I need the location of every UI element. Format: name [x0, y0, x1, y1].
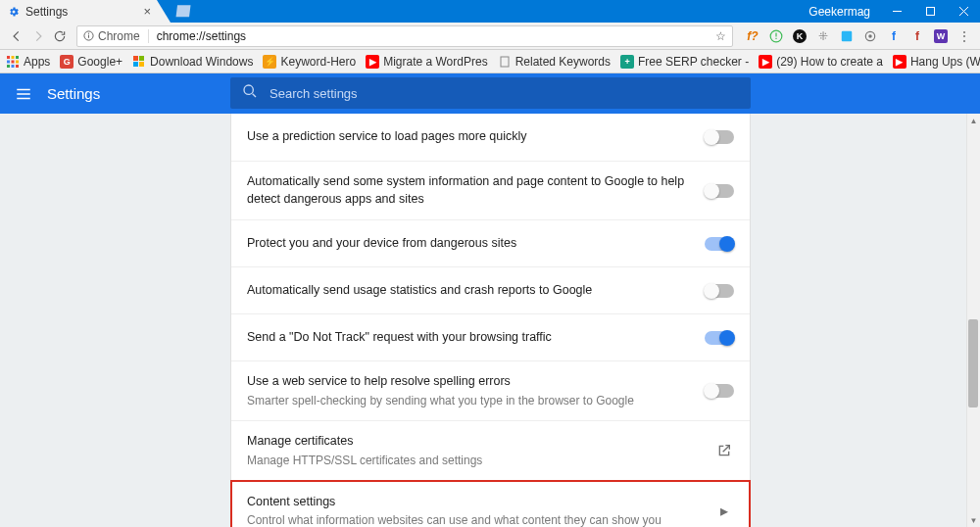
svg-rect-12	[12, 60, 15, 63]
browser-tab[interactable]: Settings ×	[0, 0, 157, 23]
bookmark-item[interactable]: Download Windows	[132, 55, 253, 69]
svg-rect-19	[133, 62, 138, 67]
tab-close-icon[interactable]: ×	[143, 4, 151, 19]
window-maximize-button[interactable]	[913, 0, 947, 23]
settings-search-input[interactable]	[270, 86, 739, 101]
settings-content: Use a prediction service to load pages m…	[0, 114, 980, 527]
ext-icon-6[interactable]	[860, 26, 880, 46]
setting-row-spelling[interactable]: Use a web service to help resolve spelli…	[231, 360, 750, 420]
svg-rect-17	[133, 56, 138, 61]
ext-icon-5[interactable]	[837, 26, 857, 46]
svg-rect-16	[16, 65, 19, 68]
youtube-icon: ▶	[759, 55, 772, 69]
toggle-switch[interactable]	[705, 184, 734, 198]
setting-row-safebrowsing-report[interactable]: Automatically send some system informati…	[231, 161, 750, 219]
tab-edge	[157, 0, 171, 23]
settings-search[interactable]	[230, 77, 751, 109]
bookmark-apps[interactable]: Apps	[6, 55, 50, 69]
svg-point-2	[88, 33, 89, 34]
info-icon	[83, 30, 94, 41]
tab-title: Settings	[25, 5, 68, 19]
page-icon	[498, 55, 512, 69]
setting-row-prediction[interactable]: Use a prediction service to load pages m…	[231, 114, 750, 161]
search-icon	[242, 83, 258, 103]
window-minimize-button[interactable]	[880, 0, 913, 23]
back-button[interactable]	[6, 25, 27, 47]
setting-row-dnt[interactable]: Send a "Do Not Track" request with your …	[231, 313, 750, 360]
browser-toolbar: Chrome chrome://settings ☆ f? K ⁜ f f W …	[0, 23, 980, 50]
scrollbar-thumb[interactable]	[968, 319, 978, 407]
settings-header: Settings	[0, 73, 980, 114]
window-close-button[interactable]	[947, 0, 980, 23]
ext-icon-9[interactable]: W	[931, 26, 951, 46]
omnibox-url: chrome://settings	[157, 29, 715, 43]
reload-button[interactable]	[49, 25, 71, 47]
settings-title: Settings	[47, 85, 100, 102]
svg-rect-14	[7, 65, 10, 68]
gear-icon	[8, 6, 20, 18]
bookmark-item[interactable]: ▶Migrate a WordPres	[366, 55, 487, 69]
forward-button[interactable]	[27, 25, 49, 47]
svg-point-22	[244, 85, 253, 94]
svg-point-7	[868, 34, 872, 38]
new-tab-button[interactable]	[174, 4, 192, 20]
setting-row-protect[interactable]: Protect you and your device from dangero…	[231, 219, 750, 266]
toggle-switch[interactable]	[705, 237, 734, 251]
svg-rect-20	[139, 62, 144, 67]
youtube-icon: ▶	[893, 55, 906, 69]
scroll-up-button[interactable]: ▲	[967, 114, 980, 127]
toggle-switch[interactable]	[705, 130, 734, 144]
bookmark-item[interactable]: +Free SERP checker -	[620, 55, 749, 69]
settings-card: Use a prediction service to load pages m…	[230, 114, 751, 527]
external-link-icon	[714, 443, 734, 458]
toggle-switch[interactable]	[705, 384, 734, 398]
hamburger-button[interactable]	[0, 85, 47, 103]
bookmark-item[interactable]: Related Keywords	[498, 55, 611, 69]
ext-icon-7[interactable]: f	[884, 26, 904, 46]
bookmark-item[interactable]: ⚡Keyword-Hero	[263, 55, 356, 69]
youtube-icon: ▶	[366, 55, 379, 69]
windows-icon	[132, 55, 146, 69]
apps-icon	[6, 55, 20, 69]
svg-rect-15	[12, 65, 15, 68]
svg-rect-21	[501, 57, 509, 67]
bookmark-item[interactable]: GGoogle+	[60, 55, 122, 69]
omnibox-chip: Chrome	[83, 29, 149, 43]
svg-rect-8	[7, 56, 10, 59]
toolbar-right-icons: f? K ⁜ f f W ⋮	[739, 26, 974, 46]
window-user-label: Geekermag	[808, 5, 870, 19]
svg-rect-11	[7, 60, 10, 63]
kh-icon: ⚡	[263, 55, 276, 69]
setting-row-usage-stats[interactable]: Automatically send usage statistics and …	[231, 266, 750, 313]
bookmarks-bar: Apps GGoogle+ Download Windows ⚡Keyword-…	[0, 50, 980, 73]
setting-row-content-settings[interactable]: Content settings Control what informatio…	[231, 481, 750, 527]
ext-icon-1[interactable]: f?	[743, 26, 762, 46]
ext-icon-8[interactable]: f	[907, 26, 927, 46]
ext-icon-4[interactable]: ⁜	[813, 26, 833, 46]
ext-icon-3[interactable]: K	[790, 26, 809, 46]
bookmark-star-icon[interactable]: ☆	[715, 29, 726, 43]
setting-row-certificates[interactable]: Manage certificates Manage HTTPS/SSL cer…	[231, 420, 750, 480]
bookmark-item[interactable]: ▶(29) How to create a	[759, 55, 883, 69]
chevron-right-icon: ▸	[714, 502, 734, 520]
svg-rect-3	[88, 35, 89, 38]
svg-rect-9	[12, 56, 15, 59]
svg-rect-0	[926, 8, 934, 16]
svg-rect-5	[842, 30, 853, 41]
window-titlebar: Settings × Geekermag	[0, 0, 980, 23]
scrollbar[interactable]: ▲ ▼	[966, 114, 980, 527]
chrome-menu-button[interactable]: ⋮	[955, 26, 974, 46]
gplus-icon: G	[60, 55, 74, 69]
bookmark-item[interactable]: ▶Hang Ups (Want You	[893, 55, 980, 69]
serp-icon: +	[620, 55, 634, 69]
scroll-down-button[interactable]: ▼	[967, 513, 980, 527]
omnibox[interactable]: Chrome chrome://settings ☆	[76, 25, 733, 47]
svg-rect-13	[16, 60, 19, 63]
svg-rect-10	[16, 56, 19, 59]
toggle-switch[interactable]	[705, 284, 734, 298]
ext-icon-2[interactable]	[766, 26, 786, 46]
toggle-switch[interactable]	[705, 331, 734, 345]
svg-rect-18	[139, 56, 144, 61]
